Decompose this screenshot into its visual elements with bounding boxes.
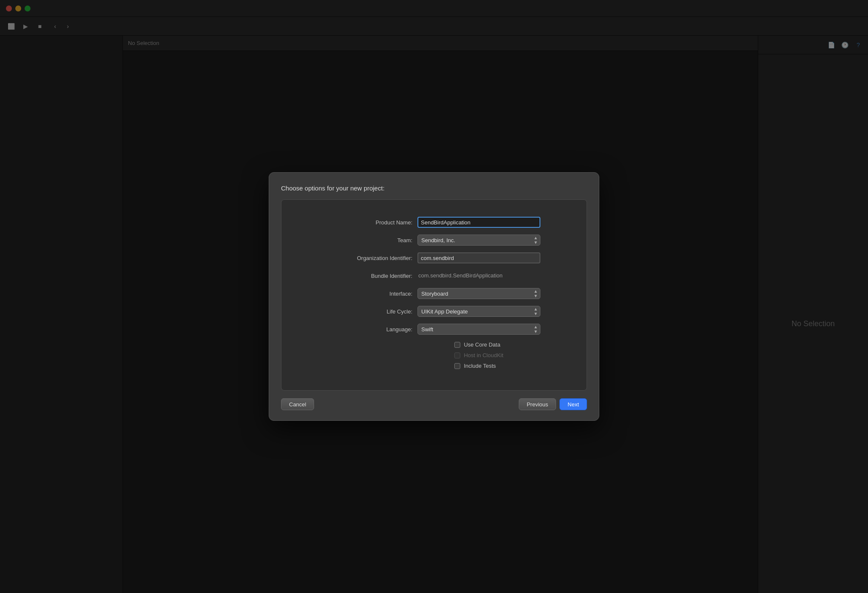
lifecycle-select[interactable]: UIKit App Delegate SwiftUI App bbox=[417, 306, 540, 317]
lifecycle-label: Life Cycle: bbox=[328, 308, 412, 315]
language-label: Language: bbox=[328, 326, 412, 333]
new-project-modal: Choose options for your new project: Pro… bbox=[269, 172, 599, 421]
team-row: Team: Sendbird, Inc. ▲ ▼ bbox=[290, 235, 578, 246]
use-core-data-checkbox[interactable] bbox=[454, 342, 460, 348]
interface-label: Interface: bbox=[328, 291, 412, 297]
team-select-wrapper: Sendbird, Inc. ▲ ▼ bbox=[417, 235, 540, 246]
language-select-wrapper: Swift Objective-C ▲ ▼ bbox=[417, 324, 540, 335]
lifecycle-select-wrapper: UIKit App Delegate SwiftUI App ▲ ▼ bbox=[417, 306, 540, 317]
checkboxes-area: Use Core Data Host in CloudKit Include T… bbox=[290, 341, 578, 373]
product-name-label: Product Name: bbox=[328, 219, 412, 226]
host-cloudkit-row: Host in CloudKit bbox=[454, 352, 503, 358]
modal-overlay: Choose options for your new project: Pro… bbox=[0, 0, 868, 593]
use-core-data-label: Use Core Data bbox=[464, 341, 500, 348]
modal-title: Choose options for your new project: bbox=[281, 185, 587, 192]
team-select[interactable]: Sendbird, Inc. bbox=[417, 235, 540, 246]
include-tests-label: Include Tests bbox=[464, 363, 496, 369]
org-identifier-row: Organization Identifier: bbox=[290, 252, 578, 263]
org-identifier-input[interactable] bbox=[417, 252, 540, 263]
next-button[interactable]: Next bbox=[559, 398, 587, 410]
host-cloudkit-label: Host in CloudKit bbox=[464, 352, 503, 358]
navigation-buttons: Previous Next bbox=[519, 398, 587, 410]
checkboxes-inner: Use Core Data Host in CloudKit Include T… bbox=[454, 341, 503, 373]
lifecycle-row: Life Cycle: UIKit App Delegate SwiftUI A… bbox=[290, 306, 578, 317]
include-tests-checkbox[interactable] bbox=[454, 363, 460, 369]
use-core-data-row: Use Core Data bbox=[454, 341, 503, 348]
modal-footer: Cancel Previous Next bbox=[281, 398, 587, 410]
interface-select[interactable]: Storyboard SwiftUI bbox=[417, 288, 540, 299]
bundle-identifier-value: com.sendbird.SendBirdApplication bbox=[417, 270, 540, 281]
team-label: Team: bbox=[328, 237, 412, 243]
interface-row: Interface: Storyboard SwiftUI ▲ ▼ bbox=[290, 288, 578, 299]
modal-form-area: Product Name: Team: Sendbird, Inc. ▲ ▼ bbox=[281, 199, 587, 391]
language-select[interactable]: Swift Objective-C bbox=[417, 324, 540, 335]
product-name-input[interactable] bbox=[417, 217, 540, 228]
language-row: Language: Swift Objective-C ▲ ▼ bbox=[290, 324, 578, 335]
cancel-button[interactable]: Cancel bbox=[281, 398, 314, 410]
bundle-identifier-row: Bundle Identifier: com.sendbird.SendBird… bbox=[290, 270, 578, 281]
bundle-identifier-label: Bundle Identifier: bbox=[328, 273, 412, 279]
include-tests-row: Include Tests bbox=[454, 363, 503, 369]
host-cloudkit-checkbox[interactable] bbox=[454, 352, 460, 358]
product-name-row: Product Name: bbox=[290, 217, 578, 228]
interface-select-wrapper: Storyboard SwiftUI ▲ ▼ bbox=[417, 288, 540, 299]
previous-button[interactable]: Previous bbox=[519, 398, 556, 410]
org-identifier-label: Organization Identifier: bbox=[328, 255, 412, 261]
